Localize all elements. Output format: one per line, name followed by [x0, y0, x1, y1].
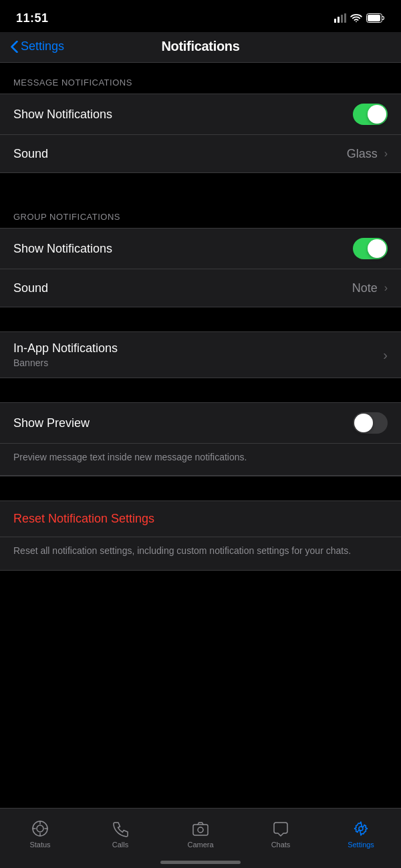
reset-section: Reset Notification Settings Reset all no… [0, 500, 401, 571]
inapp-chevron: › [383, 347, 388, 363]
show-preview-group: Show Preview Preview message text inside… [0, 402, 401, 476]
message-sound-value: Glass [347, 147, 378, 161]
message-notifications-header: MESSAGE NOTIFICATIONS [13, 78, 132, 88]
reset-row[interactable]: Reset Notification Settings [0, 501, 401, 537]
svg-rect-1 [338, 17, 340, 23]
inapp-left: In-App Notifications Banners [13, 341, 118, 368]
camera-tab-label: Camera [187, 841, 213, 849]
show-preview-toggle[interactable] [353, 412, 388, 434]
group-show-notifications-toggle[interactable] [353, 238, 388, 259]
group-sound-value: Note [352, 281, 378, 295]
inapp-notifications-row[interactable]: In-App Notifications Banners › [0, 332, 401, 378]
settings-tab-label: Settings [348, 841, 374, 849]
group-notifications-group: Show Notifications Sound Note › [0, 228, 401, 307]
message-show-notifications-label: Show Notifications [13, 108, 112, 122]
inapp-group: In-App Notifications Banners › [0, 331, 401, 378]
svg-point-14 [198, 827, 203, 833]
message-sound-value-container: Glass › [347, 147, 388, 161]
status-tab-icon [31, 819, 49, 838]
status-icons [334, 13, 385, 23]
group-sound-value-container: Note › [352, 281, 388, 295]
tab-item-camera[interactable]: Camera [160, 819, 241, 849]
message-sound-label: Sound [13, 147, 48, 161]
settings-tab-icon [352, 819, 370, 838]
group-sound-row[interactable]: Sound Note › [0, 269, 401, 307]
nav-title: Notifications [161, 39, 239, 54]
calls-tab-icon [111, 819, 130, 838]
camera-tab-icon [191, 819, 210, 838]
tab-item-chats[interactable]: Chats [241, 819, 321, 849]
svg-rect-2 [341, 15, 343, 23]
show-preview-row: Show Preview [0, 403, 401, 444]
svg-point-4 [356, 21, 357, 22]
content: MESSAGE NOTIFICATIONS Show Notifications… [0, 63, 401, 631]
svg-rect-6 [368, 15, 380, 21]
reset-label[interactable]: Reset Notification Settings [13, 512, 154, 525]
group-notifications-header-container: GROUP NOTIFICATIONS [0, 197, 401, 228]
back-label: Settings [21, 39, 64, 53]
reset-description: Reset all notification settings, includi… [0, 537, 401, 570]
status-bar: 11:51 [0, 0, 401, 32]
group-show-notifications-label: Show Notifications [13, 242, 112, 256]
battery-icon [366, 13, 385, 23]
toggle-thumb [368, 105, 386, 124]
show-preview-label: Show Preview [13, 416, 90, 430]
tab-item-settings[interactable]: Settings [321, 819, 401, 849]
message-sound-row[interactable]: Sound Glass › [0, 135, 401, 172]
status-tab-label: Status [29, 841, 50, 849]
svg-rect-13 [193, 825, 208, 835]
group-sound-label: Sound [13, 281, 48, 295]
chats-tab-icon [271, 819, 290, 838]
message-notifications-group: Show Notifications Sound Glass › [0, 94, 401, 173]
show-preview-section: Show Preview Preview message text inside… [0, 402, 401, 476]
toggle-thumb-preview [354, 414, 373, 432]
svg-rect-3 [344, 13, 346, 23]
tab-item-calls[interactable]: Calls [80, 819, 160, 849]
show-preview-description: Preview message text inside new message … [0, 444, 401, 476]
signal-icon [334, 13, 346, 23]
toggle-thumb-group [368, 239, 386, 258]
svg-point-8 [37, 825, 43, 832]
calls-tab-label: Calls [112, 841, 128, 849]
back-button[interactable]: Settings [11, 39, 64, 53]
message-show-notifications-row: Show Notifications [0, 94, 401, 135]
chevron-icon: › [384, 148, 388, 160]
inapp-sublabel: Banners [13, 357, 118, 368]
tab-item-status[interactable]: Status [0, 819, 80, 849]
nav-bar: Settings Notifications [0, 32, 401, 63]
group-show-notifications-row: Show Notifications [0, 229, 401, 269]
tab-bar: Status Calls Camera Chats [0, 808, 401, 868]
status-time: 11:51 [16, 11, 49, 25]
inapp-label: In-App Notifications [13, 341, 118, 355]
message-show-notifications-toggle[interactable] [353, 104, 388, 125]
chevron-icon-group: › [384, 282, 388, 294]
wifi-icon [350, 13, 362, 23]
chats-tab-label: Chats [271, 841, 291, 849]
home-indicator [160, 861, 241, 864]
message-notifications-header-container: MESSAGE NOTIFICATIONS [0, 63, 401, 94]
group-notifications-header: GROUP NOTIFICATIONS [13, 212, 120, 222]
svg-rect-0 [334, 19, 336, 23]
